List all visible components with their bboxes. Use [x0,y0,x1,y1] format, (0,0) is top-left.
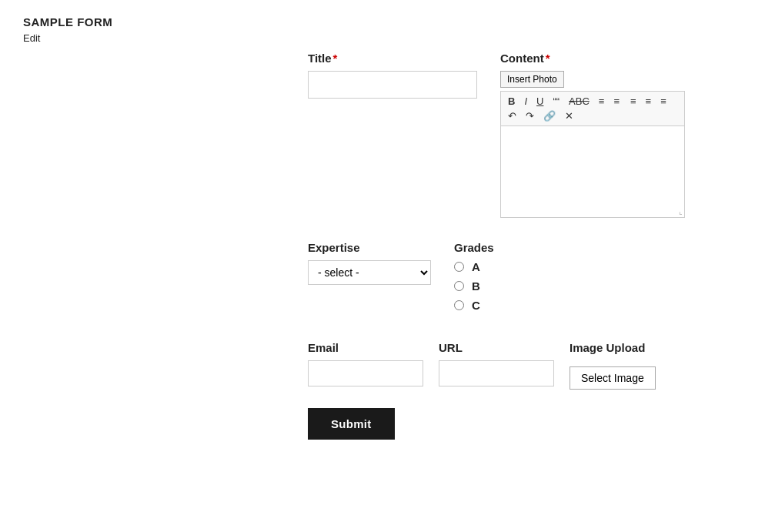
redo-button[interactable]: ↷ [522,109,538,122]
grade-b-item: B [454,279,494,293]
strikethrough-button[interactable]: ABC [565,95,593,108]
form-content: Title* Content* Insert Photo B I U ““ AB… [308,52,742,440]
submit-button[interactable]: Submit [308,408,395,440]
sidebar [23,52,308,440]
submit-row: Submit [308,408,742,440]
edit-link[interactable]: Edit [23,32,40,44]
content-field-group: Content* Insert Photo B I U ““ ABC ≡ ≡ ≡… [500,52,685,218]
grade-a-item: A [454,260,494,273]
align-right-button[interactable]: ≡ [656,95,670,108]
grade-c-item: C [454,299,494,312]
title-field-group: Title* [308,52,477,218]
image-upload-field-group: Image Upload Select Image [570,341,656,390]
middle-row: Expertise - select - Option 1 Option 2 O… [308,241,742,318]
editor-resize-handle: ⌞ [679,207,683,216]
align-left-button[interactable]: ≡ [626,95,640,108]
expertise-field-group: Expertise - select - Option 1 Option 2 O… [308,241,431,318]
clear-format-button[interactable]: ✕ [561,109,577,122]
grade-c-label: C [472,299,480,312]
grades-field-group: Grades A B C [454,241,494,318]
bold-button[interactable]: B [504,95,519,108]
select-image-button[interactable]: Select Image [570,366,656,390]
unordered-list-button[interactable]: ≡ [595,95,609,108]
image-upload-label: Image Upload [570,341,656,354]
title-label: Title* [308,52,477,65]
insert-photo-button[interactable]: Insert Photo [500,71,564,88]
italic-button[interactable]: I [520,95,531,108]
expertise-select[interactable]: - select - Option 1 Option 2 Option 3 [308,260,431,285]
grade-b-label: B [472,279,480,293]
link-button[interactable]: 🔗 [540,109,560,122]
email-label: Email [308,341,423,354]
undo-button[interactable]: ↶ [504,109,520,122]
url-input[interactable] [439,360,554,386]
url-field-group: URL [439,341,554,386]
page-header: SAMPLE FORM Edit [23,15,742,44]
ordered-list-button[interactable]: ≡ [610,95,623,108]
grade-a-label: A [472,260,480,273]
grade-c-radio[interactable] [454,300,464,310]
editor-toolbar: B I U ““ ABC ≡ ≡ ≡ ≡ ≡ ↶ ↷ 🔗 ✕ [500,91,685,125]
expertise-label: Expertise [308,241,431,254]
blockquote-button[interactable]: ““ [549,95,563,108]
title-input[interactable] [308,71,477,99]
page-title: SAMPLE FORM [23,15,742,28]
editor-body[interactable]: ⌞ [500,125,685,218]
content-label: Content* [500,52,685,65]
email-field-group: Email [308,341,423,386]
email-input[interactable] [308,360,423,386]
grade-a-radio[interactable] [454,262,464,272]
bottom-row: Email URL Image Upload Select Image [308,341,742,390]
align-center-button[interactable]: ≡ [642,95,656,108]
top-row: Title* Content* Insert Photo B I U ““ AB… [308,52,742,218]
title-required-star: * [333,52,338,65]
grade-b-radio[interactable] [454,281,464,291]
grades-label: Grades [454,241,494,254]
content-required-star: * [546,52,550,65]
url-label: URL [439,341,554,354]
underline-button[interactable]: U [533,95,547,108]
